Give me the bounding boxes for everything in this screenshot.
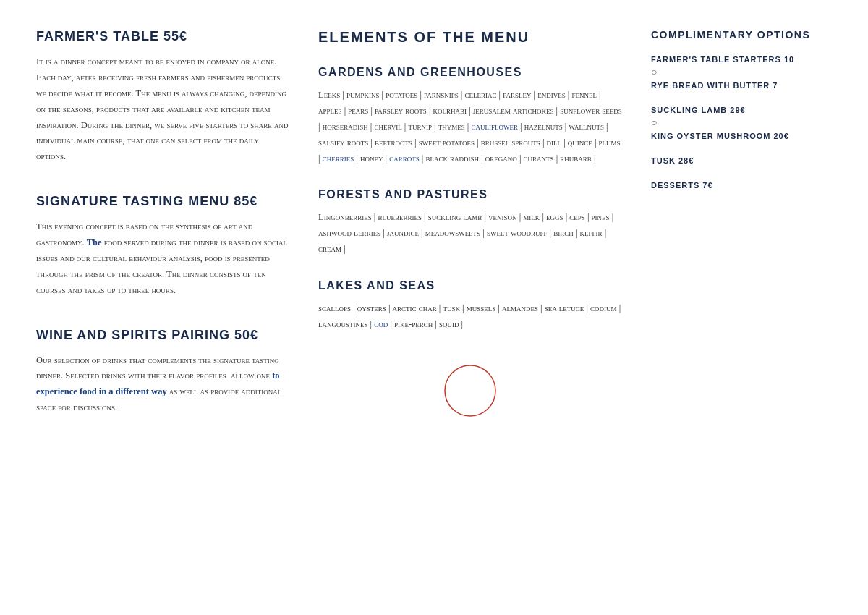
cauliflower: cauliflower — [471, 122, 518, 132]
svg-point-0 — [445, 365, 495, 416]
circle-decoration — [318, 362, 622, 420]
farmers-table-section: FARMER'S TABLE 55€ It is a dinner concep… — [36, 29, 289, 165]
farmers-table-body: It is a dinner concept meant to be enjoy… — [36, 54, 289, 165]
right-column: COMPLIMENTARY OPTIONS FARMER'S TABLE STA… — [651, 29, 832, 205]
lakes-ingredients: scallops | oysters | arctic char | tusk … — [318, 301, 622, 333]
option-sub-mushroom: KING OYSTER MUSHROOM 20€ — [651, 132, 832, 140]
forests-ingredients: Lingonberries | blueberries | suckling l… — [318, 210, 622, 258]
gardens-section: GARDENS AND GREENHOUSES Leeks | pumpkins… — [318, 66, 622, 166]
option-farmers-starters: FARMER'S TABLE STARTERS 10 ○ RYE BREAD W… — [651, 55, 832, 90]
gardens-header: GARDENS AND GREENHOUSES — [318, 66, 622, 79]
option-title-tusk: TUSK 28€ — [651, 156, 832, 165]
left-column: FARMER'S TABLE 55€ It is a dinner concep… — [36, 29, 289, 445]
forests-section: FORESTS AND PASTURES Lingonberries | blu… — [318, 188, 622, 258]
highlight-the: The — [87, 237, 102, 247]
page-layout: FARMER'S TABLE 55€ It is a dinner concep… — [36, 29, 832, 445]
cod: cod — [374, 319, 388, 329]
forests-header: FORESTS AND PASTURES — [318, 188, 622, 201]
wine-spirits-section: WINE AND SPIRITS PAIRING 50€ Our selecti… — [36, 328, 289, 417]
lakes-section: LAKES AND SEAS scallops | oysters | arct… — [318, 279, 622, 333]
option-sub-rye: RYE BREAD WITH BUTTER 7 — [651, 81, 832, 90]
wine-spirits-title: WINE AND SPIRITS PAIRING 50€ — [36, 328, 289, 343]
signature-tasting-title: SIGNATURE TASTING MENU 85€ — [36, 194, 289, 209]
cherries: cherries — [323, 153, 354, 164]
option-desserts: DESSERTS 7€ — [651, 181, 832, 190]
option-title-desserts: DESSERTS 7€ — [651, 181, 832, 190]
gardens-ingredients: Leeks | pumpkins | potatoes | parnsnips … — [318, 88, 622, 166]
middle-column: ELEMENTS OF THE MENU GARDENS AND GREENHO… — [318, 29, 622, 420]
option-tusk: TUSK 28€ — [651, 156, 832, 165]
option-dot-1: ○ — [651, 67, 832, 78]
signature-tasting-section: SIGNATURE TASTING MENU 85€ This evening … — [36, 194, 289, 298]
option-suckling-lamb: SUCKLING LAMB 29€ ○ KING OYSTER MUSHROOM… — [651, 106, 832, 140]
farmers-table-title: FARMER'S TABLE 55€ — [36, 29, 289, 44]
option-title-farmers: FARMER'S TABLE STARTERS 10 — [651, 55, 832, 64]
complimentary-header: COMPLIMENTARY OPTIONS — [651, 29, 832, 41]
option-title-lamb: SUCKLING LAMB 29€ — [651, 106, 832, 114]
highlight-experience: to experience food in a different way — [36, 370, 280, 396]
lakes-header: LAKES AND SEAS — [318, 279, 622, 292]
wine-spirits-body: Our selection of drinks that complements… — [36, 353, 289, 417]
decorative-circle — [441, 362, 499, 420]
option-dot-2: ○ — [651, 117, 832, 129]
farmers-table-text: It is a dinner concept meant to be enjoy… — [36, 56, 288, 161]
elements-header: ELEMENTS OF THE MENU — [318, 29, 622, 46]
signature-tasting-body: This evening concept is based on the syn… — [36, 219, 289, 298]
carrots: carrots — [389, 153, 420, 164]
